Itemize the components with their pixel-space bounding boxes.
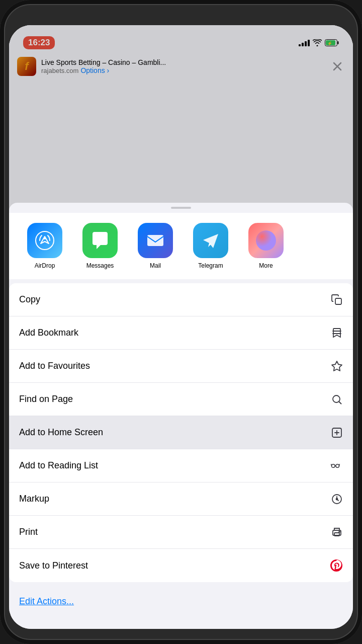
add-bookmark-label: Add Bookmark (19, 328, 78, 338)
add-reading-list-action[interactable]: Add to Reading List (9, 449, 353, 482)
glasses-icon (328, 461, 343, 471)
svg-point-14 (336, 498, 338, 500)
save-pinterest-label: Save to Pinterest (19, 560, 88, 571)
telegram-icon-circle (193, 223, 228, 258)
svg-point-5 (44, 237, 46, 239)
telegram-app-item[interactable]: Telegram (183, 223, 238, 269)
airdrop-svg (35, 230, 55, 251)
action-list: Copy Add Bookmark (9, 283, 353, 582)
main-content: 16:23 (9, 25, 353, 629)
svg-point-11 (332, 464, 335, 467)
mail-icon-circle (138, 223, 173, 258)
svg-point-4 (36, 231, 54, 250)
add-home-screen-action[interactable]: Add to Home Screen (9, 416, 353, 449)
print-label: Print (19, 527, 38, 537)
add-reading-list-label: Add to Reading List (19, 460, 98, 471)
phone-frame: 16:23 (0, 0, 362, 644)
copy-icon (331, 294, 343, 306)
app-icons-row: AirDrop Messages (9, 213, 353, 279)
airdrop-app-item[interactable]: AirDrop (17, 223, 72, 269)
share-panel: AirDrop Messages (9, 203, 353, 629)
markup-label: Markup (19, 494, 49, 504)
copy-action[interactable]: Copy (9, 283, 353, 316)
mail-svg (145, 230, 166, 251)
find-on-page-label: Find on Page (19, 394, 73, 405)
more-label: More (259, 262, 273, 269)
svg-point-17 (339, 531, 340, 532)
star-icon (331, 360, 343, 372)
mail-label: Mail (150, 262, 161, 269)
messages-label: Messages (86, 262, 114, 269)
more-app-item[interactable]: More (238, 223, 294, 269)
markup-action[interactable]: Markup (9, 482, 353, 516)
more-svg (255, 230, 277, 251)
airdrop-icon-circle (27, 223, 62, 258)
airdrop-label: AirDrop (35, 262, 55, 269)
edit-actions-button[interactable]: Edit Actions... (9, 588, 353, 615)
messages-icon-circle (82, 223, 118, 258)
pinterest-icon (330, 559, 343, 572)
print-icon (331, 526, 343, 538)
messages-svg (89, 230, 111, 251)
copy-label: Copy (19, 294, 40, 305)
markup-icon (331, 493, 343, 505)
svg-point-7 (256, 230, 276, 251)
plus-square-icon (331, 427, 343, 439)
print-action[interactable]: Print (9, 516, 353, 549)
search-icon (331, 393, 343, 406)
find-on-page-action[interactable]: Find on Page (9, 383, 353, 416)
edit-actions-container: Edit Actions... (9, 586, 353, 619)
svg-rect-8 (335, 298, 341, 304)
svg-rect-6 (147, 235, 163, 246)
more-icon-circle (248, 223, 284, 258)
add-favourites-action[interactable]: Add to Favourites (9, 350, 353, 383)
add-home-screen-label: Add to Home Screen (19, 427, 103, 438)
mail-app-item[interactable]: Mail (128, 223, 183, 269)
telegram-svg (200, 230, 221, 251)
telegram-label: Telegram (198, 262, 223, 269)
save-pinterest-action[interactable]: Save to Pinterest (9, 549, 353, 582)
drag-indicator (171, 207, 191, 209)
add-favourites-label: Add to Favourites (19, 361, 90, 371)
svg-point-12 (336, 464, 339, 467)
bookmark-icon (331, 327, 343, 339)
phone-screen: 16:23 (9, 25, 353, 629)
messages-app-item[interactable]: Messages (72, 223, 128, 269)
add-bookmark-action[interactable]: Add Bookmark (9, 316, 353, 350)
